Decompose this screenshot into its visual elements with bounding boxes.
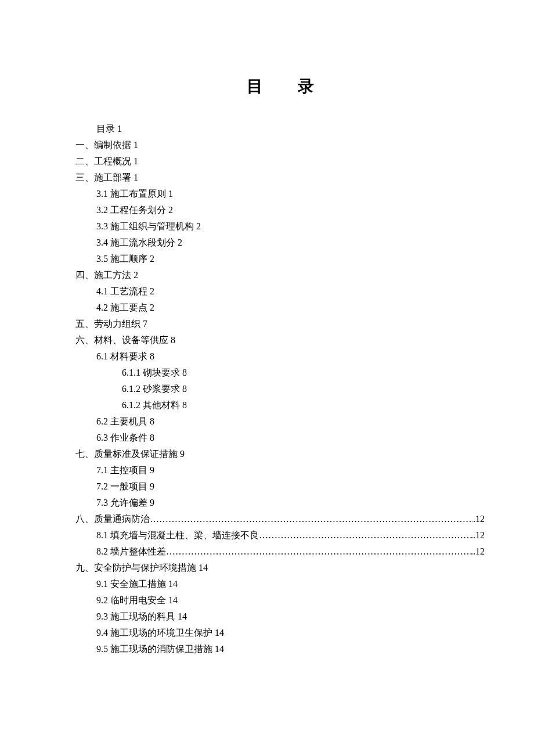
toc-entry-text: 4.2 施工要点 2	[96, 303, 154, 312]
toc-entry: 三、施工部署 1	[75, 170, 485, 186]
toc-entry-text: 三、施工部署 1	[75, 172, 138, 182]
toc-entry: 6.1.1 砌块要求 8	[75, 365, 485, 381]
toc-entry-label: 八、质量通病防治	[75, 511, 150, 527]
toc-entry-text: 7.2 一般项目 9	[96, 481, 154, 491]
toc-entry: 七、质量标准及保证措施 9	[75, 446, 485, 462]
toc-entry: 6.3 作业条件 8	[75, 430, 485, 446]
toc-entry-label: 8.1 填充墙与混凝土柱、梁、墙连接不良	[96, 527, 259, 543]
toc-entry-text: 9.5 施工现场的消防保卫措施 14	[96, 644, 224, 654]
toc-entry: 九、安全防护与保护环境措施 14	[75, 560, 485, 576]
toc-entry: 3.2 工程任务划分 2	[75, 202, 485, 218]
toc-entry-leader: ……………………………………………………………………………………………………………	[150, 511, 473, 527]
toc-entry: 3.4 施工流水段划分 2	[75, 235, 485, 251]
toc-entry-text: 四、施工方法 2	[75, 270, 138, 280]
toc-entry-text: 6.3 作业条件 8	[96, 433, 154, 442]
toc-entry-text: 6.1.2 其他材料 8	[122, 400, 187, 410]
toc-entry-text: 3.3 施工组织与管理机构 2	[96, 221, 201, 231]
toc-entry-leader: ……………………………………………………………………………………………………………	[166, 543, 471, 560]
toc-entry-text: 6.1.2 砂浆要求 8	[122, 384, 187, 394]
toc-entry-text: 9.1 安全施工措施 14	[96, 579, 178, 589]
toc-entry-page: ..12	[471, 543, 485, 560]
toc-entry: 6.2 主要机具 8	[75, 413, 485, 430]
toc-entry: 7.3 允许偏差 9	[75, 495, 485, 511]
toc-entry: 八、质量通病防治………………………………………………………………………………………	[75, 511, 485, 527]
toc-entry: 8.1 填充墙与混凝土柱、梁、墙连接不良………………………………………………………	[75, 527, 485, 543]
toc-entry: 9.3 施工现场的料具 14	[75, 609, 485, 625]
toc-entry: 4.2 施工要点 2	[75, 300, 485, 316]
toc-entry: 9.2 临时用电安全 14	[75, 592, 485, 609]
toc-entry: 7.2 一般项目 9	[75, 478, 485, 495]
toc-entry-text: 六、材料、设备等供应 8	[75, 335, 175, 345]
toc-entry-text: 9.3 施工现场的料具 14	[96, 611, 187, 621]
toc-entry-text: 4.1 工艺流程 2	[96, 286, 154, 296]
toc-entry: 一、编制依据 1	[75, 137, 485, 153]
toc-entry: 6.1 材料要求 8	[75, 348, 485, 365]
toc-entry-text: 九、安全防护与保护环境措施 14	[75, 563, 208, 573]
toc-entry: 二、工程概况 1	[75, 153, 485, 170]
toc-entry-text: 二、工程概况 1	[75, 156, 138, 166]
toc-entry-text: 一、编制依据 1	[75, 140, 138, 150]
toc-entry-text: 五、劳动力组织 7	[75, 319, 147, 329]
toc-entry-label: 8.2 墙片整体性差	[96, 543, 166, 560]
toc-entry: 五、劳动力组织 7	[75, 316, 485, 332]
toc-entry-text: 3.5 施工顺序 2	[96, 254, 154, 264]
toc-entry: 3.1 施工布置原则 1	[75, 186, 485, 202]
document-page: 目录 目录 1一、编制依据 1二、工程概况 1三、施工部署 13.1 施工布置原…	[0, 0, 534, 756]
toc-entry: 9.5 施工现场的消防保卫措施 14	[75, 641, 485, 657]
toc-list: 目录 1一、编制依据 1二、工程概况 1三、施工部署 13.1 施工布置原则 1…	[75, 121, 485, 657]
toc-entry-page: ..12	[471, 527, 485, 543]
toc-entry: 4.1 工艺流程 2	[75, 283, 485, 300]
toc-entry-text: 3.1 施工布置原则 1	[96, 189, 173, 199]
toc-entry: 目录 1	[75, 121, 485, 137]
toc-entry-text: 6.2 主要机具 8	[96, 416, 154, 426]
toc-entry-text: 9.2 临时用电安全 14	[96, 595, 178, 605]
toc-entry-text: 七、质量标准及保证措施 9	[75, 449, 185, 459]
toc-title: 目录	[75, 75, 485, 98]
toc-entry-text: 目录 1	[96, 124, 122, 134]
toc-entry-leader: ……………………………………………………………………………………………………………	[259, 527, 471, 543]
toc-entry: 9.1 安全施工措施 14	[75, 576, 485, 592]
toc-entry: 四、施工方法 2	[75, 267, 485, 283]
toc-entry-text: 3.2 工程任务划分 2	[96, 205, 173, 215]
toc-entry-text: 6.1 材料要求 8	[96, 351, 154, 361]
toc-entry: 六、材料、设备等供应 8	[75, 332, 485, 348]
toc-entry: 7.1 主控项目 9	[75, 462, 485, 478]
toc-entry: 9.4 施工现场的环境卫生保护 14	[75, 625, 485, 641]
toc-entry-text: 7.3 允许偏差 9	[96, 498, 154, 507]
toc-entry-text: 3.4 施工流水段划分 2	[96, 237, 182, 247]
toc-entry: 8.2 墙片整体性差…………………………………………………………………………………	[75, 543, 485, 560]
toc-entry-text: 7.1 主控项目 9	[96, 465, 154, 475]
toc-entry-text: 6.1.1 砌块要求 8	[122, 368, 187, 377]
toc-entry: 3.5 施工顺序 2	[75, 251, 485, 267]
toc-entry: 3.3 施工组织与管理机构 2	[75, 218, 485, 235]
toc-entry: 6.1.2 其他材料 8	[75, 397, 485, 413]
toc-entry: 6.1.2 砂浆要求 8	[75, 381, 485, 397]
toc-entry-text: 9.4 施工现场的环境卫生保护 14	[96, 628, 224, 638]
toc-entry-page: .12	[473, 511, 485, 527]
